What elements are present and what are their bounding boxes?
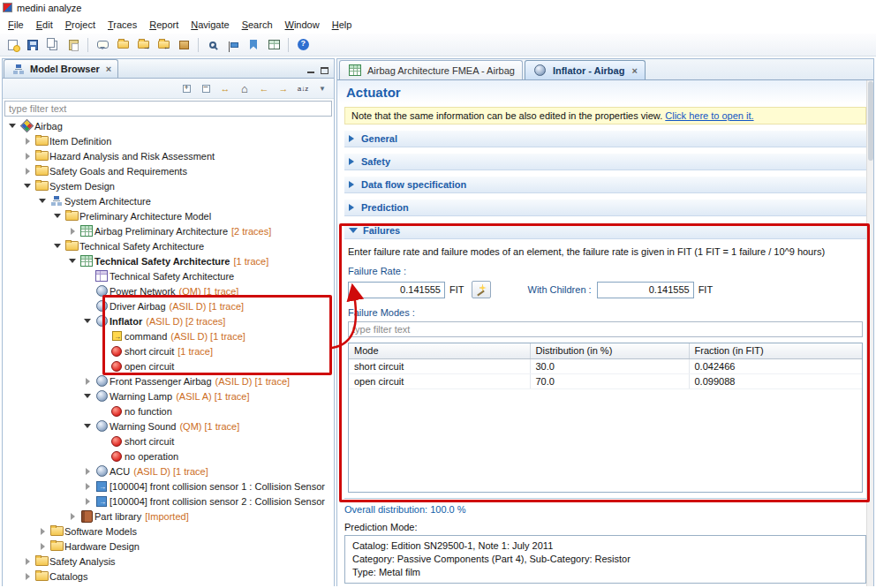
chevron-down-icon[interactable] <box>66 254 79 268</box>
chevron-right-icon[interactable] <box>36 539 49 554</box>
save-button[interactable] <box>23 35 42 55</box>
editor-scrollbar[interactable] <box>866 80 873 586</box>
menu-help[interactable]: Help <box>326 18 359 32</box>
tree-item-hazard-analysis[interactable]: Hazard Analysis and Risk Assessment <box>3 148 334 163</box>
tree-item-short-circuit[interactable]: short circuit [1 trace] <box>3 343 334 358</box>
tree-item-command[interactable]: command (ASIL D) [1 trace] <box>3 328 334 343</box>
column-fraction[interactable]: Fraction (in FIT) <box>689 343 862 358</box>
tab-inflator-airbag[interactable]: Inflator - Airbag × <box>525 60 646 79</box>
tree-item-airbag[interactable]: Airbag <box>3 118 334 133</box>
failure-modes-table[interactable]: Mode Distribution (in %) Fraction (in FI… <box>348 343 863 493</box>
sort-button[interactable]: a↓z <box>294 80 312 97</box>
chevron-right-icon[interactable] <box>21 569 34 584</box>
tree-item-software-models[interactable]: Software Models <box>3 524 334 539</box>
chevron-right-icon[interactable] <box>81 494 94 509</box>
forward-button[interactable]: → <box>275 80 292 97</box>
view-menu-button[interactable]: ▼ <box>313 80 331 97</box>
tree-item-preliminary-architecture-model[interactable]: Preliminary Architecture Model <box>3 208 334 223</box>
back-button[interactable]: ← <box>255 80 273 97</box>
section-safety[interactable]: Safety <box>344 154 866 170</box>
tree-item-collision-sensor-1[interactable]: [100004] front collision sensor 1 : Coll… <box>3 479 334 494</box>
tree-item-item-definition[interactable]: Item Definition <box>3 133 334 148</box>
section-failures[interactable]: Failures <box>344 222 866 239</box>
calculate-rate-button[interactable] <box>472 281 491 298</box>
chevron-down-icon[interactable] <box>81 419 94 433</box>
scrollbar-thumb[interactable] <box>868 81 873 161</box>
tree-item-warning-lamp[interactable]: Warning Lamp (ASIL A) [1 trace] <box>3 388 334 403</box>
tree-item-airbag-preliminary-architecture[interactable]: Airbag Preliminary Architecture [2 trace… <box>3 223 334 238</box>
table-row-short-circuit[interactable]: short circuit 30.0 0.042466 <box>349 358 862 373</box>
tree-item-technical-safety-architecture-folder[interactable]: Technical Safety Architecture <box>3 238 334 253</box>
tree-item-warning-sound[interactable]: Warning Sound (QM) [1 trace] <box>3 418 334 433</box>
chevron-right-icon[interactable] <box>81 479 94 494</box>
paste-button[interactable] <box>64 35 83 55</box>
tree-item-power-network[interactable]: Power Network (QM) [1 trace] <box>3 283 334 298</box>
chevron-down-icon[interactable] <box>36 194 49 208</box>
menu-search[interactable]: Search <box>236 18 279 32</box>
tree-item-open-circuit[interactable]: open circuit <box>3 358 334 373</box>
menu-traces[interactable]: Traces <box>102 18 143 32</box>
menu-window[interactable]: Window <box>279 18 326 32</box>
package-button[interactable] <box>174 35 193 55</box>
collapse-all-button[interactable] <box>197 80 215 97</box>
chevron-down-icon[interactable] <box>51 209 64 223</box>
tree-item-no-operation[interactable]: no operation <box>3 449 334 464</box>
help-button[interactable] <box>293 35 313 55</box>
bookmark-button[interactable] <box>244 35 263 55</box>
chevron-right-icon[interactable] <box>21 164 34 178</box>
menu-report[interactable]: Report <box>143 18 185 32</box>
link-with-editor-button[interactable]: ↔ <box>216 80 234 97</box>
chevron-right-icon[interactable] <box>66 509 79 524</box>
tree-item-acu[interactable]: ACU (ASIL D) [1 trace] <box>3 464 334 479</box>
copy-button[interactable] <box>43 35 63 55</box>
import-button[interactable] <box>154 35 173 55</box>
expand-all-button[interactable] <box>177 80 195 97</box>
menu-navigate[interactable]: Navigate <box>185 18 235 32</box>
chevron-down-icon[interactable] <box>81 314 94 328</box>
tree-item-driver-airbag[interactable]: Driver Airbag (ASIL D) [1 trace] <box>3 298 334 313</box>
section-general[interactable]: General <box>344 131 866 147</box>
section-data-flow-specification[interactable]: Data flow specification <box>344 177 866 193</box>
minimize-button[interactable] <box>306 66 315 74</box>
section-prediction[interactable]: Prediction <box>344 200 866 216</box>
chevron-right-icon[interactable] <box>21 134 34 148</box>
with-children-input[interactable] <box>597 282 694 298</box>
close-icon[interactable]: × <box>106 64 111 74</box>
tab-airbag-architecture-fmea[interactable]: Airbag Architecture FMEA - Airbag <box>339 60 523 79</box>
menu-edit[interactable]: Edit <box>30 18 59 32</box>
tree-item-safety-goals[interactable]: Safety Goals and Requirements <box>3 163 334 178</box>
tree-item-no-function[interactable]: no function <box>3 403 334 418</box>
open-project-button[interactable] <box>113 35 132 55</box>
tree-item-technical-safety-architecture-diagram[interactable]: Technical Safety Architecture <box>3 268 334 283</box>
tree-item-technical-safety-architecture-model[interactable]: Technical Safety Architecture [1 trace] <box>3 253 334 268</box>
chevron-right-icon[interactable] <box>21 554 34 569</box>
menu-file[interactable]: File <box>2 18 30 32</box>
close-icon[interactable]: × <box>631 65 637 76</box>
chevron-right-icon[interactable] <box>66 224 79 238</box>
tree-item-hardware-design[interactable]: Hardware Design <box>3 539 334 554</box>
maximize-button[interactable] <box>321 67 328 74</box>
chevron-down-icon[interactable] <box>81 389 94 403</box>
comment-button[interactable] <box>93 35 112 55</box>
tree-item-system-architecture[interactable]: System Architecture <box>3 193 334 208</box>
home-button[interactable]: ⌂ <box>236 80 253 97</box>
tree-item-part-library[interactable]: Part library [Imported] <box>3 509 334 524</box>
tree-item-system-design[interactable]: System Design <box>3 178 334 193</box>
tree-item-collision-sensor-2[interactable]: [100004] front collision sensor 2 : Coll… <box>3 494 334 509</box>
open-properties-link[interactable]: Click here to open it. <box>665 110 753 121</box>
trace-flag-button[interactable] <box>223 35 243 55</box>
chevron-down-icon[interactable] <box>51 239 64 253</box>
tree-item-inflator[interactable]: Inflator (ASIL D) [2 traces] <box>3 313 334 328</box>
tree-filter-input[interactable] <box>4 101 332 117</box>
chevron-right-icon[interactable] <box>81 464 94 479</box>
model-browser-tab[interactable]: Model Browser × <box>4 59 118 78</box>
table-row-open-circuit[interactable]: open circuit 70.0 0.099088 <box>349 373 862 388</box>
column-mode[interactable]: Mode <box>349 343 530 358</box>
failure-modes-filter-input[interactable] <box>348 321 863 337</box>
tree-item-short-circuit-2[interactable]: short circuit <box>3 433 334 449</box>
export-button[interactable] <box>133 35 153 55</box>
chevron-down-icon[interactable] <box>6 119 19 133</box>
failure-rate-input[interactable] <box>348 282 445 298</box>
table-view-button[interactable] <box>264 35 283 55</box>
tree-item-catalogs[interactable]: Catalogs <box>3 569 334 584</box>
